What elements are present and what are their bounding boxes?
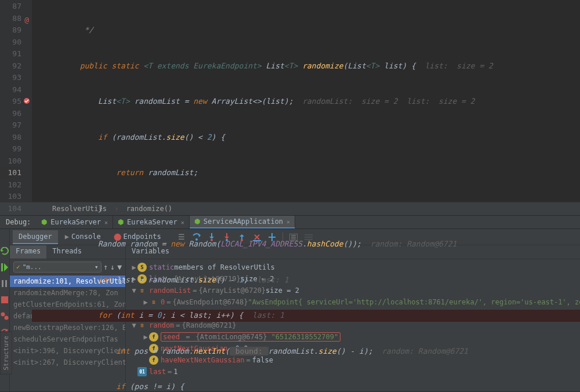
line-number: 98	[0, 132, 21, 144]
svg-rect-3	[5, 280, 7, 287]
stop-button[interactable]	[0, 295, 9, 304]
line-number: 97	[0, 119, 21, 132]
breakpoint-icon[interactable]	[23, 97, 29, 103]
line-number: 87	[0, 1, 21, 13]
trace-button[interactable]	[304, 233, 313, 242]
line-number: 101	[0, 167, 21, 179]
svg-rect-4	[1, 296, 8, 303]
line-number: 96	[0, 108, 21, 120]
svg-rect-2	[2, 280, 3, 287]
code-area[interactable]: */ public static <T extends EurekaEndpoi…	[32, 0, 580, 202]
rerun-button[interactable]	[0, 246, 9, 256]
line-number: 89	[0, 24, 21, 37]
line-number: 102	[0, 179, 21, 191]
line-number[interactable]: 95	[0, 96, 21, 108]
line-number: 104	[0, 203, 21, 215]
resume-button[interactable]	[0, 263, 9, 272]
code-editor[interactable]: 87 88@ 89 90 91 92 93 94 95 96 97 98 99 …	[0, 0, 580, 202]
line-number: 92	[0, 60, 21, 72]
line-number: 100	[0, 155, 21, 168]
svg-point-6	[5, 316, 9, 320]
line-number: 93	[0, 72, 21, 84]
pause-button[interactable]	[0, 279, 9, 288]
change-mark-icon: @	[23, 14, 29, 20]
view-breakpoints-button[interactable]	[0, 311, 9, 321]
line-gutter: 87 88@ 89 90 91 92 93 94 95 96 97 98 99 …	[0, 0, 32, 202]
line-number: 88@	[0, 13, 21, 25]
svg-point-5	[1, 313, 5, 317]
line-number: 99	[0, 143, 21, 155]
structure-toolwindow-tab[interactable]: Structure	[0, 332, 12, 375]
line-number: 91	[0, 48, 21, 60]
debug-label: Debug:	[0, 218, 37, 226]
svg-rect-1	[1, 263, 3, 271]
line-number: 90	[0, 37, 21, 49]
line-number: 94	[0, 84, 21, 96]
line-number: 103	[0, 191, 21, 203]
